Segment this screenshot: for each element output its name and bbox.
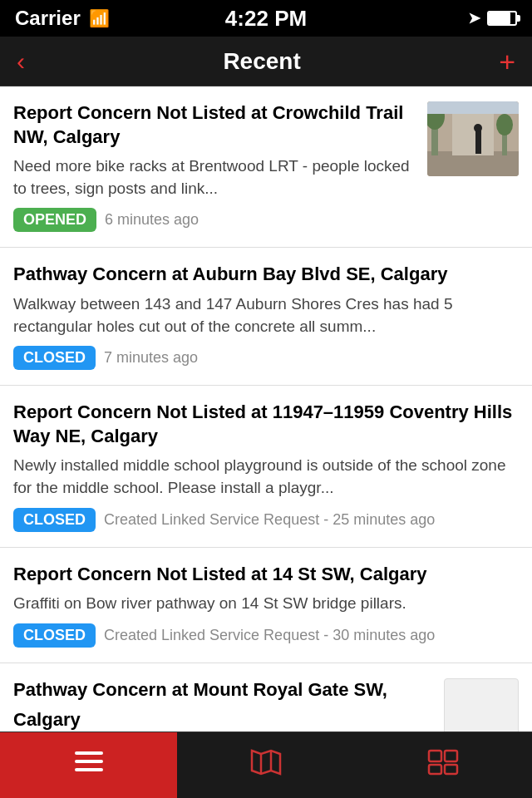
status-bar-right: ➤: [468, 9, 517, 27]
status-bar-left: Carrier 📶: [15, 7, 110, 30]
item-time: Created Linked Service Request - 25 minu…: [104, 511, 435, 529]
svg-rect-16: [429, 751, 441, 761]
item-footer: CLOSED 7 minutes ago: [13, 346, 519, 370]
status-bar: Carrier 📶 4:22 PM ➤: [0, 0, 532, 37]
status-badge: CLOSED: [13, 508, 96, 532]
image-placeholder: [427, 101, 519, 176]
item-title: Report Concern Not Listed at Crowchild T…: [13, 101, 416, 149]
item-time: 7 minutes ago: [104, 349, 198, 367]
list-icon: [73, 750, 105, 781]
item-thumbnail: [444, 678, 519, 736]
list-item[interactable]: Report Concern Not Listed at 14 St SW, C…: [0, 548, 532, 663]
list-item-text: Report Concern Not Listed at Crowchild T…: [13, 101, 416, 232]
location-icon: ➤: [468, 9, 480, 27]
item-title: Pathway Concern at Mount Royal Gate SW,: [13, 678, 432, 702]
item-footer: CLOSED Created Linked Service Request - …: [13, 508, 519, 532]
nav-bar: ‹ Recent +: [0, 37, 532, 86]
battery-icon: [487, 11, 517, 26]
item-time: 6 minutes ago: [105, 211, 199, 229]
add-button[interactable]: +: [499, 47, 515, 76]
wifi-icon: 📶: [89, 8, 110, 28]
status-badge: CLOSED: [13, 346, 96, 370]
content-area: Report Concern Not Listed at Crowchild T…: [0, 86, 532, 755]
map-icon: [250, 749, 282, 782]
svg-rect-19: [445, 765, 457, 774]
gallery-icon: [427, 749, 459, 782]
svg-rect-2: [452, 110, 494, 155]
svg-point-6: [496, 114, 513, 135]
item-time: Created Linked Service Request - 30 minu…: [104, 627, 435, 644]
svg-rect-12: [75, 768, 103, 771]
item-description: Newly installed middle school playground…: [13, 455, 519, 499]
item-footer: CLOSED Created Linked Service Request - …: [13, 623, 519, 648]
svg-rect-18: [429, 765, 441, 774]
item-description: Need more bike racks at Brentwood LRT - …: [13, 155, 416, 200]
svg-point-8: [474, 124, 482, 132]
item-description: Graffiti on Bow river pathway on 14 St S…: [13, 593, 519, 615]
item-title: Pathway Concern at Auburn Bay Blvd SE, C…: [13, 263, 519, 287]
item-title: Report Concern Not Listed at 14 St SW, C…: [13, 563, 519, 587]
tab-gallery[interactable]: [355, 732, 532, 798]
status-badge: OPENED: [13, 208, 96, 232]
tab-map[interactable]: [177, 732, 354, 798]
status-bar-time: 4:22 PM: [225, 6, 307, 32]
svg-rect-17: [445, 751, 457, 761]
tab-bar: [0, 732, 532, 798]
list-item[interactable]: Report Concern Not Listed at 11947–11959…: [0, 386, 532, 547]
page-title: Recent: [223, 48, 300, 75]
back-button[interactable]: ‹: [17, 49, 25, 74]
list-item[interactable]: Pathway Concern at Auburn Bay Blvd SE, C…: [0, 248, 532, 386]
thumbnail-svg: [427, 101, 519, 176]
svg-rect-9: [427, 101, 519, 114]
item-title-cont: Calgary: [13, 708, 432, 732]
item-footer: OPENED 6 minutes ago: [13, 208, 416, 232]
svg-rect-10: [75, 751, 103, 755]
item-description: Walkway between 143 and 147 Auburn Shore…: [13, 293, 519, 337]
svg-rect-11: [75, 760, 103, 763]
svg-rect-7: [475, 131, 481, 154]
item-title: Report Concern Not Listed at 11947–11959…: [13, 401, 519, 448]
item-thumbnail: [427, 101, 519, 176]
list-item-text: Pathway Concern at Mount Royal Gate SW, …: [13, 678, 432, 739]
list-item[interactable]: Report Concern Not Listed at Crowchild T…: [0, 86, 532, 248]
svg-marker-13: [252, 751, 280, 774]
tab-list[interactable]: [0, 732, 177, 798]
carrier-label: Carrier: [15, 7, 81, 30]
status-badge: CLOSED: [13, 623, 96, 648]
